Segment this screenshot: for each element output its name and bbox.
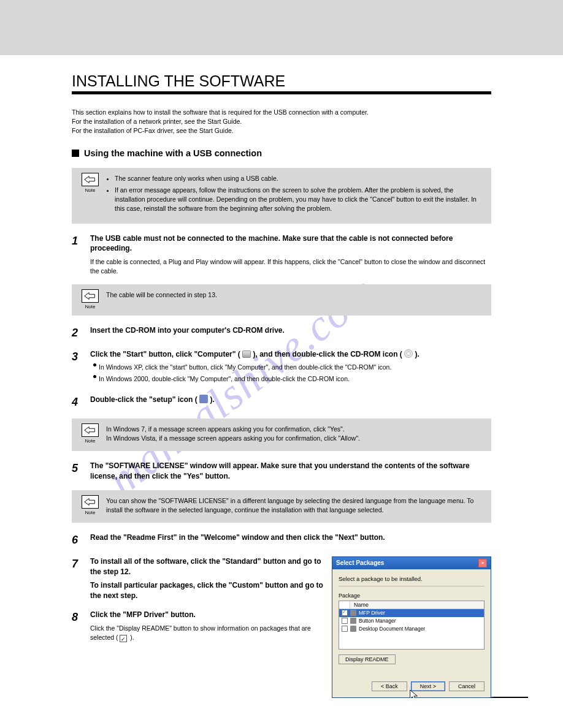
step-4: 4 Double-click the "setup" icon ( ).	[72, 395, 491, 410]
step-number: 1	[72, 233, 90, 249]
step-7: 7 To install all of the software, click …	[72, 556, 324, 601]
bullet-dot	[93, 375, 96, 378]
note-block-2: Note The cable will be connected in step…	[72, 284, 491, 316]
note-icon	[82, 423, 99, 437]
page-number-tab: 7	[485, 697, 528, 698]
dialog-instruction: Select a package to be installed.	[339, 575, 484, 582]
note-block-4: Note You can show the "SOFTWARE LICENSE"…	[72, 490, 491, 523]
pkg-checkbox[interactable]	[342, 610, 348, 616]
sub-heading-bullet	[72, 150, 79, 157]
step-number: 2	[72, 325, 90, 341]
note1-item-1: The scanner feature only works when usin…	[115, 174, 484, 183]
pkg-row-desktop-doc-manager[interactable]: Desktop Document Manager	[339, 625, 484, 633]
step-number: 3	[72, 349, 90, 365]
intro-line-3: For the installation of PC-Fax driver, s…	[72, 127, 234, 134]
step-2-main: Insert the CD-ROM into your computer's C…	[90, 325, 491, 336]
step-number: 7	[72, 556, 90, 572]
pkg-item-icon	[350, 618, 356, 624]
sub-heading: Using the machine with a USB connection	[84, 148, 262, 158]
intro-line-2: For the installation of a network printe…	[72, 118, 242, 125]
step-5: 5 The "SOFTWARE LICENSE" window will app…	[72, 461, 491, 482]
checkbox-icon: ✓	[120, 635, 127, 642]
note-label: Note	[79, 304, 101, 309]
pkg-item-icon	[350, 626, 356, 632]
back-button[interactable]: < Back	[372, 681, 407, 691]
display-readme-button[interactable]: Display README	[339, 654, 396, 664]
step-6: 6 Read the "Readme First" in the "Welcom…	[72, 533, 491, 548]
step-number: 8	[72, 610, 90, 625]
note-block-3: Note In Windows 7, if a message screen a…	[72, 419, 491, 451]
step-1-sub: If the cable is connected, a Plug and Pl…	[90, 257, 491, 275]
note2-text: The cable will be connected in step 13.	[101, 289, 484, 300]
top-gray-bar	[0, 0, 563, 55]
pkg-item-label: MFP Driver	[359, 610, 385, 616]
step-5-main: The "SOFTWARE LICENSE" window will appea…	[90, 461, 491, 482]
bullet-dot	[93, 363, 96, 366]
dialog-title-text: Select Packages	[336, 559, 384, 566]
pkg-header-name: Name	[350, 601, 484, 609]
pkg-checkbox[interactable]	[342, 618, 348, 624]
step-3-seg2: ), and then double-click the CD-ROM icon…	[253, 350, 404, 358]
step-4-seg2: ).	[210, 395, 214, 404]
note-icon	[82, 289, 99, 303]
step-3-bullet-1: In Windows XP, click the "start" button,…	[99, 363, 491, 372]
setup-icon	[199, 395, 208, 403]
note-label: Note	[79, 188, 101, 193]
step-7-main: To install all of the software, click th…	[90, 556, 324, 577]
note3-line1: In Windows 7, if a message screen appear…	[106, 425, 345, 433]
pkg-item-label: Button Manager	[359, 618, 396, 624]
note-icon	[82, 173, 99, 186]
step-number: 6	[72, 533, 90, 548]
step-3-seg1: Click the "Start" button, click "Compute…	[90, 350, 242, 358]
step-2: 2 Insert the CD-ROM into your computer's…	[72, 325, 491, 341]
note4-text: You can show the "SOFTWARE LICENSE" in a…	[101, 495, 484, 515]
step-8: 8 Click the "MFP Driver" button. Click t…	[72, 610, 324, 642]
step-4-main: Double-click the "setup" icon ( ).	[90, 395, 491, 405]
intro-line-1: This section explains how to install the…	[72, 108, 369, 116]
heading-underline	[72, 91, 491, 94]
step-8-main: Click the "MFP Driver" button.	[90, 610, 324, 620]
page-title: INSTALLING THE SOFTWARE	[72, 72, 491, 90]
note3-line2: In Windows Vista, if a message screen ap…	[106, 434, 360, 442]
note-label: Note	[79, 510, 101, 515]
step-number: 5	[72, 461, 90, 476]
cancel-button[interactable]: Cancel	[449, 681, 484, 691]
dialog-close-button[interactable]: ×	[478, 559, 487, 567]
step-8-sub: Click the "Display README" button to sho…	[90, 624, 311, 641]
note1-item-2: If an error message appears, follow the …	[115, 186, 484, 214]
pkg-checkbox[interactable]	[342, 626, 348, 632]
step-3-main: Click the "Start" button, click "Compute…	[90, 349, 491, 360]
computer-icon	[242, 351, 251, 358]
step-1: 1 The USB cable must not be connected to…	[72, 233, 491, 276]
pkg-row-button-manager[interactable]: Button Manager	[339, 617, 484, 625]
step-3-seg3: ).	[415, 350, 419, 358]
note-icon	[82, 495, 99, 509]
dialog-divider	[339, 586, 484, 586]
step-8-sub-tail: ).	[128, 634, 134, 641]
step-3: 3 Click the "Start" button, click "Compu…	[72, 349, 491, 386]
step-1-main: The USB cable must not be connected to t…	[90, 233, 491, 254]
step-number: 4	[72, 395, 90, 410]
intro-paragraph: This section explains how to install the…	[72, 108, 491, 136]
package-listbox[interactable]: Name MFP Driver Button Manager	[339, 601, 484, 650]
step-4-seg1: Double-click the "setup" icon (	[90, 395, 199, 404]
select-packages-dialog: Select Packages × Select a package to be…	[332, 556, 491, 698]
cdrom-icon	[404, 349, 413, 358]
note-label: Note	[79, 438, 101, 444]
package-label: Package	[339, 593, 484, 599]
step-7-main2: To install particular packages, click th…	[90, 580, 324, 601]
pkg-item-icon	[350, 610, 356, 616]
pkg-item-label: Desktop Document Manager	[359, 626, 425, 632]
pkg-row-mfp-driver[interactable]: MFP Driver	[339, 609, 484, 617]
step-6-main: Read the "Readme First" in the "Welcome"…	[90, 533, 491, 543]
step-3-bullet-2: In Windows 2000, double-click "My Comput…	[99, 374, 491, 384]
note-block-1: Note The scanner feature only works when…	[72, 168, 491, 224]
